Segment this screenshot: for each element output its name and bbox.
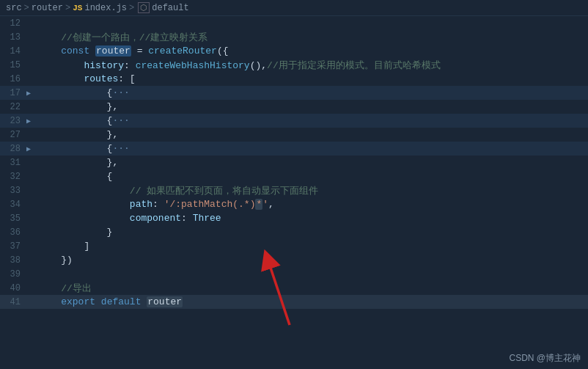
code-line-14: 14 const router = createRouter({ [0, 44, 588, 58]
code-line-38: 38 }) [0, 253, 588, 267]
code-line-35: 35 component: Three [0, 211, 588, 225]
line-num-41: 41 [0, 297, 26, 307]
code-line-16: 16 routes: [ [0, 72, 588, 86]
line-num-12: 12 [0, 18, 26, 29]
fold-28[interactable]: ▶ [26, 145, 37, 153]
line-num-35: 35 [0, 213, 26, 224]
code-content-27: }, [37, 129, 118, 140]
code-line-37: 37 ] [0, 239, 588, 253]
sep1: > [24, 3, 29, 13]
code-content-37: ] [37, 241, 89, 252]
code-line-31: 31 }, [0, 156, 588, 169]
breadcrumb-file: index.js [84, 3, 127, 13]
code-line-39: 39 [0, 267, 588, 281]
code-line-27: 27 }, [0, 128, 588, 142]
code-area: 12 13 //创建一个路由，//建立映射关系 14 const router … [0, 16, 588, 369]
code-line-22: 22 }, [0, 100, 588, 114]
line-num-13: 13 [0, 32, 26, 43]
code-content-22: }, [37, 101, 118, 112]
code-content-15: history: createWebHashHistory(),//用于指定采用… [37, 59, 441, 72]
code-line-40: 40 //导出 [0, 281, 588, 295]
sep3: > [129, 3, 134, 13]
code-line-41: 41 export default router [0, 295, 588, 309]
breadcrumb-src: src [6, 3, 22, 13]
line-num-37: 37 [0, 241, 26, 252]
code-content-16: routes: [ [37, 73, 136, 84]
code-content-36: } [37, 227, 112, 238]
fold-17[interactable]: ▶ [26, 89, 37, 98]
line-num-22: 22 [0, 102, 26, 112]
code-line-36: 36 } [0, 225, 588, 239]
line-num-32: 32 [0, 172, 26, 182]
code-content-14: const router = createRouter({ [37, 45, 229, 56]
code-line-32: 32 { [0, 169, 588, 183]
code-content-34: path: '/:pathMatch(.*)*', [37, 199, 274, 210]
code-content-40: //导出 [37, 282, 92, 295]
editor-container: src > router > JS index.js > ⬡ default 1… [0, 0, 588, 369]
export-icon: ⬡ [138, 2, 150, 13]
line-num-39: 39 [0, 269, 26, 280]
code-line-15: 15 history: createWebHashHistory(),//用于指… [0, 58, 588, 72]
code-line-28: 28 ▶ {··· [0, 142, 588, 156]
code-line-34: 34 path: '/:pathMatch(.*)*', [0, 197, 588, 211]
breadcrumb-default: default [152, 3, 188, 13]
code-content-23: {··· [37, 115, 130, 126]
sep2: > [65, 3, 70, 13]
code-content-33: // 如果匹配不到页面，将自动显示下面组件 [37, 184, 318, 197]
watermark: CSDN @博主花神 [509, 352, 581, 365]
code-content-35: component: Three [37, 213, 221, 224]
code-content-28: {··· [37, 143, 130, 154]
js-icon: JS [73, 4, 82, 12]
line-num-38: 38 [0, 255, 26, 266]
code-line-13: 13 //创建一个路由，//建立映射关系 [0, 30, 588, 44]
line-num-40: 40 [0, 283, 26, 293]
code-content-17: {··· [37, 87, 130, 98]
line-num-28: 28 [0, 144, 26, 154]
breadcrumb: src > router > JS index.js > ⬡ default [0, 0, 588, 16]
line-num-23: 23 [0, 116, 26, 126]
code-line-17: 17 ▶ {··· [0, 86, 588, 100]
breadcrumb-router: router [32, 3, 63, 13]
code-content-32: { [37, 171, 112, 182]
line-num-34: 34 [0, 200, 26, 210]
line-num-14: 14 [0, 46, 26, 56]
line-num-17: 17 [0, 88, 26, 98]
code-content-31: }, [37, 157, 118, 168]
code-line-23: 23 ▶ {··· [0, 114, 588, 128]
line-num-33: 33 [0, 186, 26, 196]
code-line-12: 12 [0, 16, 588, 30]
fold-23[interactable]: ▶ [26, 117, 37, 125]
code-content-41: export default router [37, 296, 183, 307]
line-num-27: 27 [0, 130, 26, 140]
code-content-13: //创建一个路由，//建立映射关系 [37, 31, 207, 44]
code-content-38: }) [37, 255, 73, 266]
line-num-36: 36 [0, 227, 26, 238]
line-num-16: 16 [0, 74, 26, 84]
line-num-31: 31 [0, 158, 26, 168]
line-num-15: 15 [0, 60, 26, 70]
code-line-33: 33 // 如果匹配不到页面，将自动显示下面组件 [0, 183, 588, 197]
